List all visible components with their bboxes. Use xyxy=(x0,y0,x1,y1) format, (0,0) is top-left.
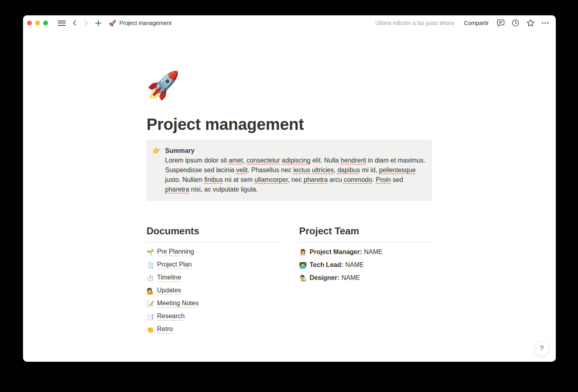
help-button[interactable]: ? xyxy=(534,341,549,356)
close-button[interactable] xyxy=(27,21,32,25)
document-list-item: 📑 Research xyxy=(147,310,280,323)
misspelled-word: ullamcorper xyxy=(254,176,288,183)
two-column-section: Documents 🌱 Pre Planning 🗒️ Project Plan… xyxy=(147,225,432,336)
team-member-name: NAME xyxy=(345,261,364,269)
chevron-right-icon xyxy=(83,20,89,26)
document-list-item: 🗒️ Project Plan xyxy=(147,259,280,271)
team-member-role: Tech Lead: xyxy=(310,261,343,269)
clock-icon xyxy=(511,19,519,27)
titlebar-actions: Última edición a las justo ahora Compart… xyxy=(375,18,550,28)
summary-text-segment: Lorem ipsum dolor sit xyxy=(165,157,228,164)
document-list-item: 👏 Retro xyxy=(147,323,280,336)
misspelled-word: dapibus xyxy=(337,167,360,173)
document-link-label: Pre Planning xyxy=(157,248,194,256)
team-list: 👩‍💼 Project Manager: NAME 👨‍💻 Tech Lead:… xyxy=(299,246,432,284)
team-column: Project Team 👩‍💼 Project Manager: NAME 👨… xyxy=(299,225,432,336)
share-button[interactable]: Compartir xyxy=(463,19,490,27)
document-link[interactable]: 👏 Retro xyxy=(147,325,173,334)
titlebar-page-title: Project management xyxy=(119,20,172,26)
divider xyxy=(147,242,280,242)
comment-bubble-icon xyxy=(496,19,505,27)
document-link[interactable]: ⏱️ Timeline xyxy=(147,274,181,282)
document-link[interactable]: 🌱 Pre Planning xyxy=(147,248,194,256)
document-list-item: 💁 Updates xyxy=(147,284,280,297)
team-member-icon: 👨‍🎨 xyxy=(299,275,307,281)
document-icon: 🌱 xyxy=(147,249,155,255)
page-content: 🚀 Project management 👉 Summary Lorem ips… xyxy=(23,31,556,362)
sidebar-toggle-button[interactable] xyxy=(57,18,67,28)
summary-text-segment: , xyxy=(243,157,247,164)
document-link-label: Updates xyxy=(157,287,181,295)
misspelled-word: finibus xyxy=(204,176,223,183)
forward-button[interactable] xyxy=(81,18,91,28)
team-member-role: Designer: xyxy=(310,274,339,281)
document-icon: 👏 xyxy=(147,327,155,333)
more-button[interactable] xyxy=(540,18,550,28)
document-icon: 📑 xyxy=(147,314,155,320)
star-icon xyxy=(526,19,535,27)
document-icon: ⏱️ xyxy=(147,275,155,281)
favorite-button[interactable] xyxy=(526,18,535,28)
document-link-label: Research xyxy=(157,313,184,321)
ellipsis-icon xyxy=(541,19,549,27)
comments-button[interactable] xyxy=(496,18,505,28)
summary-text-segment: elit. Nulla xyxy=(310,157,341,164)
hamburger-icon xyxy=(58,19,66,27)
document-link[interactable]: 📝 Meeting Notes xyxy=(147,300,199,308)
document-list-item: 🌱 Pre Planning xyxy=(147,246,280,259)
misspelled-word: pellentesque xyxy=(379,167,416,173)
summary-paragraph: Lorem ipsum dolor sit amet, consectetur … xyxy=(165,156,426,194)
back-button[interactable] xyxy=(70,18,80,28)
document-link-label: Meeting Notes xyxy=(157,300,199,308)
summary-text-segment: . Phasellus nec xyxy=(248,167,293,173)
document-icon: 🗒️ xyxy=(147,262,155,268)
document-list-item: ⏱️ Timeline xyxy=(147,271,280,284)
document-list-item: 📝 Meeting Notes xyxy=(147,297,280,310)
summary-text-segment: mi id, xyxy=(360,167,379,173)
history-button[interactable] xyxy=(511,18,520,28)
page-icon-emoji[interactable]: 🚀 xyxy=(147,69,180,101)
misspelled-word: Proin xyxy=(376,176,391,183)
document-icon: 📝 xyxy=(147,301,155,307)
document-link[interactable]: 💁 Updates xyxy=(147,287,181,295)
misspelled-word: commodo xyxy=(344,176,372,183)
document-link-label: Timeline xyxy=(157,274,181,282)
team-member-icon: 👩‍💼 xyxy=(299,249,307,255)
summary-text-segment: . xyxy=(372,176,376,183)
titlebar-breadcrumb[interactable]: 🚀 Project management xyxy=(109,20,172,26)
misspelled-word: amet xyxy=(228,157,243,164)
team-member-row: 👨‍💻 Tech Lead: NAME xyxy=(299,259,432,271)
team-member-row: 👨‍🎨 Designer: NAME xyxy=(299,271,432,284)
chevron-left-icon xyxy=(71,20,78,26)
minimize-button[interactable] xyxy=(35,21,40,25)
misspelled-word: pharetra xyxy=(304,176,328,183)
document-link[interactable]: 🗒️ Project Plan xyxy=(147,261,192,269)
misspelled-word: hendrerit xyxy=(341,157,366,164)
new-tab-button[interactable] xyxy=(93,18,103,28)
page-title[interactable]: Project management xyxy=(147,114,432,135)
callout-heading: Summary xyxy=(165,146,426,156)
documents-column: Documents 🌱 Pre Planning 🗒️ Project Plan… xyxy=(147,225,280,336)
documents-heading: Documents xyxy=(147,225,280,237)
document-link[interactable]: 📑 Research xyxy=(147,313,184,321)
misspelled-word: ultricies xyxy=(312,167,334,173)
documents-list: 🌱 Pre Planning 🗒️ Project Plan ⏱️ Timeli… xyxy=(147,246,280,336)
misspelled-word: pharetra xyxy=(165,186,189,193)
plus-icon xyxy=(95,20,102,27)
callout-icon[interactable]: 👉 xyxy=(152,146,161,156)
page-emoji-icon: 🚀 xyxy=(109,20,116,26)
team-member-icon: 👨‍💻 xyxy=(299,262,307,268)
document-link-label: Project Plan xyxy=(157,261,192,269)
callout-body[interactable]: Summary Lorem ipsum dolor sit amet, cons… xyxy=(165,146,426,194)
misspelled-word: adipiscing xyxy=(282,157,310,164)
summary-text-segment: nisi, ac vulputate ligula. xyxy=(189,186,258,193)
team-member-name: NAME xyxy=(341,274,360,281)
document-link-label: Retro xyxy=(157,325,173,334)
team-member-name: NAME xyxy=(364,248,383,256)
team-heading: Project Team xyxy=(299,225,432,237)
document-icon: 💁 xyxy=(147,288,155,294)
last-edited-text: Última edición a las justo ahora xyxy=(375,20,454,26)
zoom-button[interactable] xyxy=(43,21,48,25)
summary-text-segment: , nec xyxy=(288,176,304,183)
summary-callout: 👉 Summary Lorem ipsum dolor sit amet, co… xyxy=(147,140,432,201)
